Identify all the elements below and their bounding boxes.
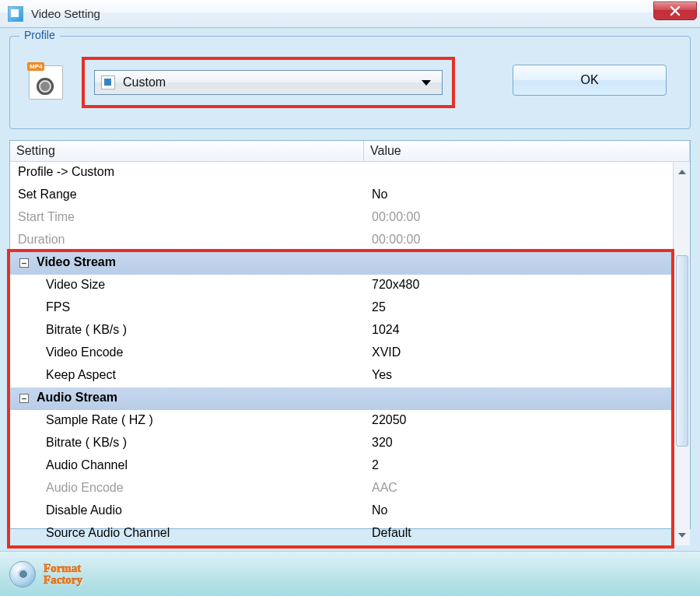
brand-line2: Factory (44, 574, 82, 586)
setting-label: Video Encode (46, 345, 123, 359)
value-cell: AAC (364, 478, 673, 500)
setting-cell: Video Encode (10, 342, 364, 365)
table-row[interactable]: Source Audio ChannelDefault (10, 523, 673, 545)
value-cell (364, 162, 673, 184)
format-badge: MP4 (27, 62, 44, 71)
profile-legend: Profile (19, 29, 60, 41)
highlight-profile-dropdown: Custom (82, 57, 455, 108)
brand-icon (9, 561, 36, 587)
setting-label: Bitrate ( KB/s ) (46, 436, 127, 449)
collapse-toggle-icon[interactable]: − (19, 258, 29, 268)
setting-cell: Video Size (10, 275, 364, 297)
setting-cell: −Video Stream (10, 252, 364, 275)
setting-label: Sample Rate ( HZ ) (46, 413, 153, 426)
value-cell: 00:00:00 (364, 230, 673, 252)
setting-cell: Bitrate ( KB/s ) (10, 433, 364, 455)
setting-cell: Bitrate ( KB/s ) (10, 320, 364, 342)
value-cell: Default (364, 523, 673, 545)
value-cell: 00:00:00 (364, 207, 673, 230)
setting-label: Video Stream (37, 255, 116, 268)
scroll-thumb[interactable] (676, 255, 688, 447)
format-icon: MP4 (29, 65, 63, 100)
brand-text: Format Factory (44, 563, 82, 586)
close-button[interactable] (653, 2, 697, 20)
value-cell: 1024 (364, 320, 673, 342)
table-row[interactable]: Bitrate ( KB/s )1024 (10, 320, 673, 342)
value-cell: No (364, 184, 673, 207)
window-body: Profile MP4 Custom OK Setting Value Prof… (0, 28, 700, 596)
table-row[interactable]: Disable AudioNo (10, 500, 673, 523)
setting-label: Source Audio Channel (46, 526, 170, 539)
scroll-down-button[interactable] (675, 528, 689, 542)
scrollbar[interactable] (673, 162, 690, 545)
profile-dropdown[interactable]: Custom (94, 70, 443, 95)
ok-button[interactable]: OK (513, 65, 667, 96)
table-row[interactable]: Keep AspectYes (10, 365, 673, 387)
setting-label: Bitrate ( KB/s ) (46, 323, 127, 336)
setting-label: FPS (46, 300, 70, 314)
setting-cell: Sample Rate ( HZ ) (10, 410, 364, 433)
table-row[interactable]: −Video Stream (10, 252, 673, 275)
setting-cell: −Audio Stream (10, 387, 364, 410)
profile-group: Profile MP4 Custom OK (9, 36, 691, 129)
setting-label: Keep Aspect (46, 368, 116, 381)
app-icon (8, 6, 23, 22)
setting-cell: FPS (10, 297, 364, 320)
table-row[interactable]: −Audio Stream (10, 387, 673, 410)
ok-button-label: OK (580, 73, 598, 87)
setting-label: Duration (18, 233, 65, 246)
table-row[interactable]: Audio EncodeAAC (10, 478, 673, 500)
collapse-toggle-icon[interactable]: − (19, 394, 29, 403)
setting-cell: Audio Channel (10, 455, 364, 478)
setting-label: Video Size (46, 278, 105, 291)
value-cell: 320 (364, 433, 673, 455)
setting-cell: Start Time (10, 207, 364, 230)
value-cell: 2 (364, 455, 673, 478)
value-cell: 720x480 (364, 275, 673, 297)
setting-cell: Disable Audio (10, 500, 364, 523)
column-setting[interactable]: Setting (10, 141, 364, 162)
table-row[interactable]: Set RangeNo (10, 184, 673, 207)
setting-cell: Audio Encode (10, 478, 364, 500)
setting-cell: Duration (10, 230, 364, 252)
setting-label: Audio Encode (46, 481, 124, 494)
setting-label: Profile -> Custom (18, 165, 114, 178)
window-title: Video Setting (31, 7, 100, 20)
value-cell: XVID (364, 342, 673, 365)
table-row[interactable]: Video EncodeXVID (10, 342, 673, 365)
chevron-down-icon (422, 80, 431, 86)
scroll-up-button[interactable] (675, 165, 689, 179)
setting-label: Audio Channel (46, 458, 128, 472)
setting-label: Set Range (18, 188, 77, 201)
table-row[interactable]: Profile -> Custom (10, 162, 673, 184)
value-cell: Yes (364, 365, 673, 387)
table-row[interactable]: Audio Channel2 (10, 455, 673, 478)
table-header: Setting Value (10, 141, 690, 162)
close-icon (670, 5, 681, 16)
table-row[interactable]: Start Time00:00:00 (10, 207, 673, 230)
value-cell (364, 252, 673, 275)
profile-selected: Custom (123, 75, 422, 89)
setting-label: Disable Audio (46, 503, 122, 517)
setting-label: Audio Stream (37, 391, 117, 404)
title-bar: Video Setting (0, 0, 700, 28)
setting-cell: Keep Aspect (10, 365, 364, 387)
value-cell: No (364, 500, 673, 523)
setting-cell: Profile -> Custom (10, 162, 364, 184)
setting-cell: Source Audio Channel (10, 523, 364, 545)
setting-label: Start Time (18, 210, 75, 223)
profile-icon (101, 75, 115, 89)
brand-line1: Format (44, 563, 82, 574)
table-row[interactable]: FPS25 (10, 297, 673, 320)
table-row[interactable]: Duration00:00:00 (10, 230, 673, 252)
table-row[interactable]: Sample Rate ( HZ )22050 (10, 410, 673, 433)
setting-cell: Set Range (10, 184, 364, 207)
value-cell (364, 387, 673, 410)
footer: Format Factory (0, 551, 700, 596)
value-cell: 25 (364, 297, 673, 320)
table-rows: Profile -> CustomSet RangeNoStart Time00… (10, 162, 673, 545)
column-value[interactable]: Value (364, 141, 690, 162)
settings-table: Setting Value Profile -> CustomSet Range… (9, 140, 691, 529)
table-row[interactable]: Bitrate ( KB/s )320 (10, 433, 673, 455)
table-row[interactable]: Video Size720x480 (10, 275, 673, 297)
